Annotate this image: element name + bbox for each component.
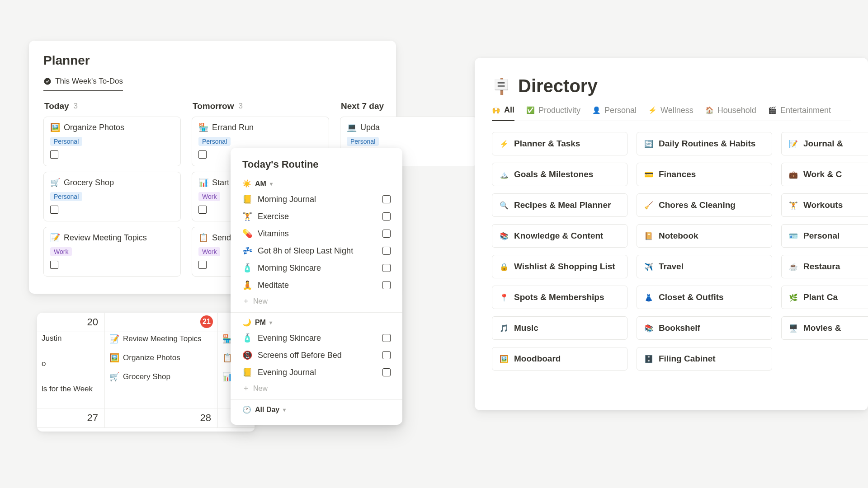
- directory-item-label: Recipes & Meal Planner: [514, 200, 611, 210]
- directory-item-icon: 🗄️: [644, 355, 653, 363]
- routine-checkbox[interactable]: [382, 212, 391, 221]
- tab-this-week-todos[interactable]: This Week's To-Dos: [43, 74, 123, 91]
- tab-label: Household: [717, 106, 756, 115]
- divider: [231, 312, 402, 313]
- task-icon: 💻: [347, 122, 357, 132]
- directory-item-icon: 🎵: [500, 324, 509, 333]
- tab-icon: 🏠: [705, 106, 714, 114]
- directory-item[interactable]: 🏔️Goals & Milestones: [492, 163, 627, 186]
- calendar-item[interactable]: 🛒Grocery Shop: [105, 370, 217, 383]
- directory-item-icon: 💳: [644, 170, 653, 179]
- directory-item[interactable]: 🪪Personal: [781, 224, 868, 248]
- column-count: 3: [238, 102, 242, 111]
- directory-item[interactable]: ✈️Travel: [637, 255, 772, 278]
- directory-item[interactable]: 📍Spots & Memberships: [492, 286, 627, 309]
- directory-tab[interactable]: 🏠Household: [705, 105, 756, 121]
- directory-item-label: Travel: [659, 262, 684, 272]
- directory-item[interactable]: 🏋️Workouts: [781, 193, 868, 217]
- routine-checkbox[interactable]: [382, 368, 391, 376]
- calendar-item[interactable]: o: [37, 357, 104, 369]
- calendar-cell-20[interactable]: 20: [37, 313, 105, 332]
- routine-icon: 🧘: [242, 280, 252, 290]
- routine-item[interactable]: 📒Evening Journal: [242, 364, 391, 381]
- task-checkbox[interactable]: [50, 150, 58, 159]
- routine-item[interactable]: 💊Vitamins: [242, 225, 391, 242]
- directory-title: Directory: [518, 76, 598, 96]
- routine-icon: 📵: [242, 350, 252, 360]
- directory-tab[interactable]: 👤Personal: [592, 105, 637, 121]
- task-checkbox[interactable]: [198, 261, 207, 269]
- directory-item[interactable]: 💳Finances: [637, 163, 772, 186]
- task-card[interactable]: 🛒Grocery Shop Personal: [43, 172, 181, 221]
- task-checkbox[interactable]: [50, 206, 58, 214]
- routine-checkbox[interactable]: [382, 334, 391, 342]
- routine-checkbox[interactable]: [382, 247, 391, 255]
- directory-item-label: Wishlist & Shopping List: [514, 262, 615, 272]
- directory-item[interactable]: 🌿Plant Ca: [781, 286, 868, 309]
- calendar-item[interactable]: Justin: [37, 332, 104, 344]
- directory-item[interactable]: ☕Restaura: [781, 255, 868, 278]
- directory-item[interactable]: ⚡Planner & Tasks: [492, 132, 627, 155]
- routine-checkbox[interactable]: [382, 281, 391, 289]
- routine-item[interactable]: 💤Got 8h of Sleep Last Night: [242, 242, 391, 259]
- directory-item[interactable]: 📚Knowledge & Content: [492, 224, 627, 248]
- routine-checkbox[interactable]: [382, 351, 391, 359]
- calendar-cell-21[interactable]: 21: [105, 313, 218, 332]
- moon-icon: 🌙: [242, 318, 251, 327]
- directory-tab[interactable]: ⚡Wellness: [648, 105, 693, 121]
- directory-item[interactable]: 🖼️Moodboard: [492, 347, 627, 371]
- routine-checkbox[interactable]: [382, 230, 391, 238]
- routine-item-text: Morning Journal: [258, 195, 316, 204]
- calendar-cell-27[interactable]: 27: [37, 408, 105, 428]
- directory-item[interactable]: 🗄️Filing Cabinet: [637, 347, 772, 371]
- task-tag: Personal: [347, 137, 379, 146]
- calendar-item[interactable]: ls for the Week: [37, 383, 104, 394]
- routine-item[interactable]: 📒Morning Journal: [242, 191, 391, 208]
- directory-item[interactable]: 🔄Daily Routines & Habits: [637, 132, 772, 155]
- task-tag: Work: [198, 247, 220, 256]
- directory-item-icon: 📚: [644, 324, 653, 333]
- routine-checkbox[interactable]: [382, 195, 391, 203]
- task-checkbox[interactable]: [198, 150, 207, 159]
- directory-item[interactable]: 💼Work & C: [781, 163, 868, 186]
- calendar-daynum: 28: [105, 408, 217, 427]
- directory-item[interactable]: 📔Notebook: [637, 224, 772, 248]
- routine-group-pm[interactable]: 🌙 PM ▾: [242, 315, 391, 329]
- directory-tab[interactable]: ✅Productivity: [526, 105, 580, 121]
- directory-item[interactable]: 🔍Recipes & Meal Planner: [492, 193, 627, 217]
- routine-item[interactable]: 🧴Morning Skincare: [242, 259, 391, 277]
- routine-item[interactable]: 🏋️Exercise: [242, 208, 391, 225]
- directory-item[interactable]: 🧹Chores & Cleaning: [637, 193, 772, 217]
- routine-group-am[interactable]: ☀️ AM ▾: [242, 177, 391, 191]
- directory-item[interactable]: 🖥️Movies &: [781, 316, 868, 340]
- calendar-item[interactable]: 📝Review Meeting Topics: [105, 332, 217, 345]
- directory-tab[interactable]: 🙌All: [492, 105, 514, 121]
- calendar-item[interactable]: 🖼️Organize Photos: [105, 351, 217, 364]
- calendar-cell-28[interactable]: 28: [105, 408, 218, 428]
- add-new-am[interactable]: ＋ New: [242, 294, 391, 310]
- routine-icon: 💊: [242, 229, 252, 239]
- today-badge: 21: [200, 315, 213, 328]
- directory-item[interactable]: 🎵Music: [492, 316, 627, 340]
- task-checkbox[interactable]: [50, 261, 58, 269]
- directory-item[interactable]: 📝Journal &: [781, 132, 868, 155]
- directory-item-icon: 🏋️: [789, 201, 798, 210]
- routine-item[interactable]: 🧘Meditate: [242, 277, 391, 294]
- new-label: New: [253, 297, 268, 305]
- directory-item[interactable]: 📚Bookshelf: [637, 316, 772, 340]
- add-new-pm[interactable]: ＋ New: [242, 381, 391, 398]
- routine-item[interactable]: 🧴Evening Skincare: [242, 329, 391, 347]
- routine-group-allday[interactable]: 🕐 All Day ▾: [242, 403, 391, 417]
- task-card[interactable]: 🖼️Organize Photos Personal: [43, 117, 181, 166]
- routine-checkbox[interactable]: [382, 264, 391, 272]
- calendar-item-text: o: [42, 359, 46, 368]
- directory-item[interactable]: 👗Closet & Outfits: [637, 286, 772, 309]
- directory-card: 🪧 Directory 🙌All✅Productivity👤Personal⚡W…: [475, 58, 868, 410]
- routine-item[interactable]: 📵Screens off Before Bed: [242, 347, 391, 364]
- directory-item-label: Movies &: [803, 323, 841, 333]
- directory-tab[interactable]: 🎬Entertainment: [768, 105, 831, 121]
- directory-item[interactable]: 🔒Wishlist & Shopping List: [492, 255, 627, 278]
- task-card[interactable]: 📝Review Meeting Topics Work: [43, 227, 181, 277]
- task-checkbox[interactable]: [198, 206, 207, 214]
- tab-label: Productivity: [538, 106, 580, 115]
